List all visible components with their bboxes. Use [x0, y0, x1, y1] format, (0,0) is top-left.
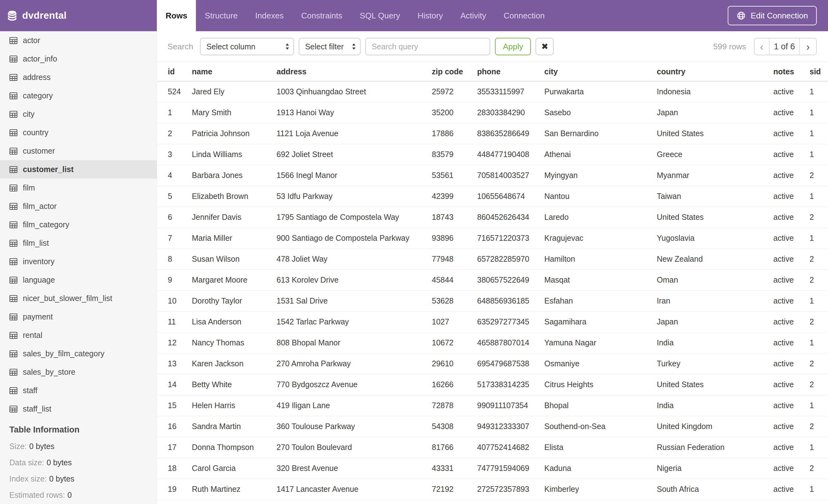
- tab[interactable]: SQL Query: [351, 0, 409, 31]
- table-row[interactable]: 11 Lisa Anderson 1542 Tarlac Parkway 102…: [157, 311, 828, 332]
- table-info-row: Data size:0 bytes: [9, 458, 148, 467]
- sidebar-item-table[interactable]: language: [0, 271, 157, 289]
- sidebar-item-table[interactable]: inventory: [0, 252, 157, 271]
- sidebar-item-table[interactable]: customer_list: [0, 160, 157, 179]
- clear-search-button[interactable]: ✖: [536, 38, 554, 55]
- sidebar-item-table[interactable]: customer: [0, 142, 157, 160]
- table-row[interactable]: 16 Sandra Martin 360 Toulouse Parkway 54…: [157, 416, 828, 437]
- table-row[interactable]: 6 Jennifer Davis 1795 Santiago de Compos…: [157, 207, 828, 228]
- column-header-address[interactable]: address: [277, 62, 432, 81]
- table-row[interactable]: 12 Nancy Thomas 808 Bhopal Manor 10672 4…: [157, 332, 828, 353]
- sidebar-item-table[interactable]: address: [0, 68, 157, 87]
- table-row[interactable]: 14 Betty White 770 Bydgoszcz Avenue 1626…: [157, 374, 828, 395]
- sidebar-item-table[interactable]: sales_by_store: [0, 363, 157, 381]
- edit-connection-button[interactable]: Edit Connection: [728, 6, 817, 25]
- cell-sid: 1: [810, 479, 828, 500]
- table-row[interactable]: 2 Patricia Johnson 1121 Loja Avenue 1788…: [157, 123, 828, 144]
- sidebar-item-table[interactable]: nicer_but_slower_film_list: [0, 289, 157, 308]
- sidebar-item-table[interactable]: film_category: [0, 216, 157, 234]
- cell-address: 1913 Hanoi Way: [277, 102, 432, 123]
- cell-zip-code: 77948: [432, 248, 477, 270]
- sidebar-item-table[interactable]: actor: [0, 31, 157, 50]
- table-row[interactable]: 17 Donna Thompson 270 Toulon Boulevard 8…: [157, 437, 828, 458]
- previous-page-button[interactable]: ‹: [754, 38, 769, 55]
- sidebar-item-label: customer: [23, 146, 55, 155]
- row-count: 599 rows: [713, 42, 746, 51]
- sidebar-item-table[interactable]: staff_list: [0, 400, 157, 418]
- filter-select[interactable]: Select filter: [299, 38, 361, 55]
- sidebar-item-table[interactable]: country: [0, 123, 157, 142]
- cell-zip-code: 29610: [432, 353, 477, 374]
- table-icon: [9, 110, 17, 118]
- table-row[interactable]: 15 Helen Harris 419 Iligan Lane 72878 99…: [157, 395, 828, 416]
- tab[interactable]: Constraints: [292, 0, 351, 31]
- cell-country: Oman: [657, 270, 773, 290]
- column-header-zip-code[interactable]: zip code: [432, 62, 477, 81]
- cell-country: Taiwan: [657, 186, 773, 207]
- column-header-phone[interactable]: phone: [477, 62, 544, 81]
- column-header-name[interactable]: name: [192, 62, 277, 81]
- cell-sid: 1: [810, 144, 828, 165]
- cell-sid: 2: [810, 353, 828, 374]
- cell-address: 1795 Santiago de Compostela Way: [277, 207, 432, 228]
- column-header-sid[interactable]: sid: [810, 62, 828, 81]
- tab[interactable]: Activity: [452, 0, 495, 31]
- sidebar-item-label: actor_info: [23, 54, 57, 63]
- column-header-notes[interactable]: notes: [773, 62, 810, 81]
- column-header-id[interactable]: id: [157, 62, 192, 81]
- table-row[interactable]: 7 Maria Miller 900 Santiago de Compostel…: [157, 228, 828, 248]
- cell-name: Maria Miller: [192, 228, 277, 248]
- sidebar-item-table[interactable]: staff: [0, 381, 157, 400]
- sidebar-item-table[interactable]: film_actor: [0, 197, 157, 216]
- cell-city: Bhopal: [544, 395, 657, 416]
- table-row[interactable]: 3 Linda Williams 692 Joliet Street 83579…: [157, 144, 828, 165]
- cell-zip-code: 1027: [432, 311, 477, 332]
- table-row[interactable]: 13 Karen Jackson 270 Amroha Parkway 2961…: [157, 353, 828, 374]
- sidebar-item-table[interactable]: city: [0, 105, 157, 123]
- cell-sid: 1: [810, 81, 828, 102]
- cell-notes: active: [773, 270, 810, 290]
- column-header-city[interactable]: city: [544, 62, 657, 81]
- cell-notes: active: [773, 123, 810, 144]
- tab[interactable]: Rows: [157, 0, 196, 31]
- tab[interactable]: Connection: [495, 0, 554, 31]
- sidebar-item-table[interactable]: payment: [0, 308, 157, 326]
- table-information-rows: Size:0 bytes Data size:0 bytes Index siz…: [9, 442, 148, 500]
- sidebar-item-table[interactable]: sales_by_film_category: [0, 345, 157, 363]
- table-row[interactable]: 5 Elizabeth Brown 53 Idfu Parkway 42399 …: [157, 186, 828, 207]
- cell-phone: 860452626434: [477, 207, 544, 228]
- column-header-country[interactable]: country: [657, 62, 773, 81]
- cell-id: 4: [157, 165, 192, 186]
- cell-name: Margaret Moore: [192, 270, 277, 290]
- cell-country: Iran: [657, 290, 773, 311]
- sidebar-item-table[interactable]: film: [0, 179, 157, 197]
- tab[interactable]: Indexes: [247, 0, 292, 31]
- table-row[interactable]: 8 Susan Wilson 478 Joliet Way 77948 6572…: [157, 248, 828, 270]
- tab[interactable]: Structure: [196, 0, 247, 31]
- apply-button[interactable]: Apply: [495, 38, 531, 55]
- cell-notes: active: [773, 479, 810, 500]
- table-row[interactable]: 18 Carol Garcia 320 Brest Avenue 43331 7…: [157, 458, 828, 479]
- filter-select-value: Select filter: [305, 42, 344, 51]
- table-row[interactable]: 1 Mary Smith 1913 Hanoi Way 35200 283033…: [157, 102, 828, 123]
- table-icon: [9, 332, 17, 339]
- table-row[interactable]: 19 Ruth Martinez 1417 Lancaster Avenue 7…: [157, 479, 828, 500]
- cell-city: Kragujevac: [544, 228, 657, 248]
- table-row[interactable]: 524 Jared Ely 1003 Qinhuangdao Street 25…: [157, 81, 828, 102]
- cell-country: New Zealand: [657, 248, 773, 270]
- sidebar-item-table[interactable]: category: [0, 87, 157, 105]
- search-query-input[interactable]: [365, 38, 490, 55]
- table-row[interactable]: 9 Margaret Moore 613 Korolev Drive 45844…: [157, 270, 828, 290]
- sidebar-item-table[interactable]: actor_info: [0, 50, 157, 68]
- cell-notes: active: [773, 228, 810, 248]
- sidebar-item-table[interactable]: rental: [0, 326, 157, 345]
- cell-phone: 10655648674: [477, 186, 544, 207]
- table-row[interactable]: 4 Barbara Jones 1566 Inegl Manor 53561 7…: [157, 165, 828, 186]
- tab[interactable]: History: [409, 0, 452, 31]
- column-select[interactable]: Select column: [200, 38, 294, 55]
- cell-address: 270 Toulon Boulevard: [277, 437, 432, 458]
- sidebar-item-table[interactable]: film_list: [0, 234, 157, 252]
- table-row[interactable]: 10 Dorothy Taylor 1531 Sal Drive 53628 6…: [157, 290, 828, 311]
- next-page-button[interactable]: ›: [800, 38, 816, 55]
- cell-name: Donna Thompson: [192, 437, 277, 458]
